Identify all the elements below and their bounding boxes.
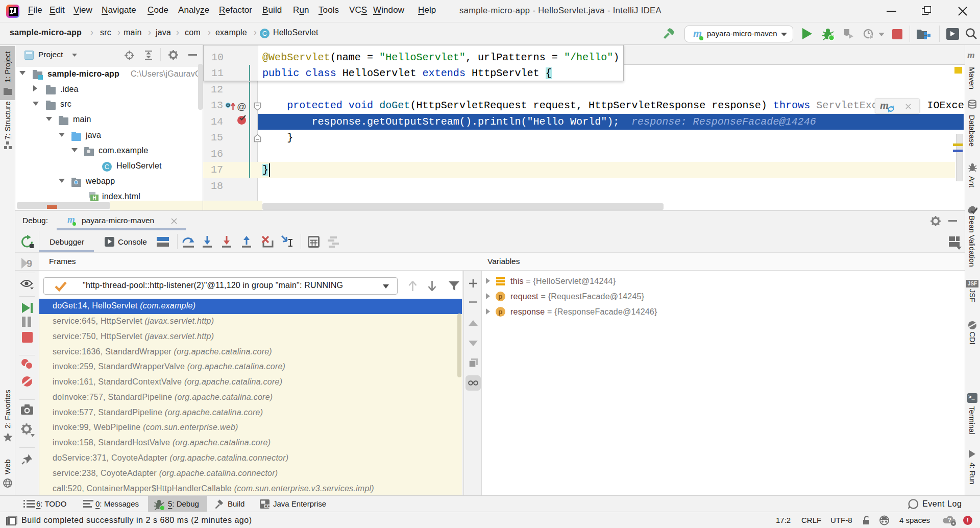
svg-text:EE: EE: [264, 503, 270, 509]
svg-text:9: 9: [27, 258, 32, 269]
svg-text:?: ?: [948, 517, 951, 523]
